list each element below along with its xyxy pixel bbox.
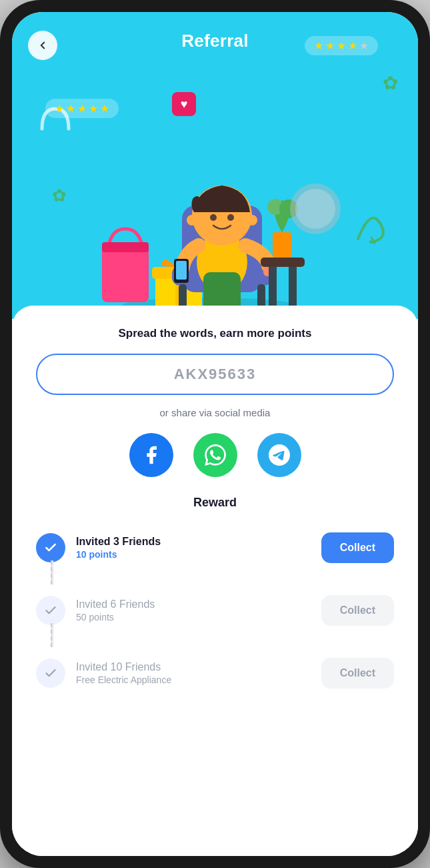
reward-info-1: Invited 3 Friends 10 points — [76, 536, 311, 560]
star-3: ★ — [337, 39, 346, 52]
reward-sub-2: 50 points — [76, 612, 311, 622]
svg-rect-2 — [102, 242, 149, 252]
svg-point-24 — [247, 215, 257, 226]
check-circle-2 — [36, 596, 65, 625]
social-share-row — [36, 433, 394, 477]
check-circle-3 — [36, 659, 65, 688]
heart-icon: ♥ — [181, 97, 188, 111]
collect-button-1[interactable]: Collect — [321, 532, 394, 563]
reward-title: Reward — [36, 496, 394, 510]
reward-item-1: Invited 3 Friends 10 points Collect — [36, 523, 394, 572]
stars-top: ★ ★ ★ ★ ★ — [305, 36, 378, 55]
reward-info-3: Invited 10 Friends Free Electric Applian… — [76, 661, 311, 685]
clover-icon-tr: ✿ — [383, 72, 398, 94]
svg-rect-17 — [176, 261, 187, 280]
reward-info-2: Invited 6 Friends 50 points — [76, 598, 311, 622]
reward-label-1: Invited 3 Friends — [76, 536, 311, 548]
reward-label-2: Invited 6 Friends — [76, 598, 311, 610]
referral-code-display[interactable]: AKX95633 — [36, 354, 394, 395]
reward-item-3: Invited 10 Friends Free Electric Applian… — [36, 648, 394, 698]
collect-button-2[interactable]: Collect — [321, 595, 394, 626]
hero-illustration — [75, 92, 355, 319]
tagline-text: Spread the words, earn more points — [36, 327, 394, 340]
star-5: ★ — [359, 39, 369, 52]
facebook-share-button[interactable] — [129, 433, 173, 477]
page-title: Referral — [181, 31, 249, 51]
star-4: ★ — [348, 39, 357, 52]
reward-sub-3: Free Electric Appliance — [76, 675, 311, 685]
star-2: ★ — [325, 39, 335, 52]
phone-shell: Referral ★ ★ ★ ★ ★ ★ ★ ★ ★ ★ ♥ — [0, 0, 430, 868]
reward-list: Invited 3 Friends 10 points Collect Invi… — [36, 523, 394, 698]
curl-icon — [351, 212, 385, 251]
reward-sub-1: 10 points — [76, 549, 311, 560]
check-circle-1 — [36, 533, 65, 562]
svg-point-21 — [210, 214, 217, 221]
star-m1: ★ — [55, 102, 64, 115]
content-section: Spread the words, earn more points AKX95… — [12, 306, 418, 856]
reward-item-2: Invited 6 Friends 50 points Collect — [36, 586, 394, 635]
star-m5: ★ — [100, 102, 109, 115]
phone-inner: Referral ★ ★ ★ ★ ★ ★ ★ ★ ★ ★ ♥ — [12, 12, 418, 856]
svg-rect-28 — [273, 232, 291, 258]
reward-label-3: Invited 10 Friends — [76, 661, 311, 673]
svg-rect-27 — [261, 258, 305, 267]
collect-button-3[interactable]: Collect — [321, 658, 394, 689]
svg-point-22 — [227, 214, 234, 221]
svg-rect-1 — [102, 246, 149, 302]
star-m3: ★ — [77, 102, 87, 115]
or-share-label: or share via social media — [36, 407, 394, 418]
star-m4: ★ — [89, 102, 98, 115]
stars-mid: ★ ★ ★ ★ ★ — [45, 99, 119, 118]
clover-icon-ml: ✿ — [52, 185, 67, 206]
back-button[interactable] — [28, 31, 57, 60]
star-m2: ★ — [66, 102, 75, 115]
whatsapp-share-button[interactable] — [193, 433, 237, 477]
star-1: ★ — [314, 39, 323, 52]
telegram-share-button[interactable] — [257, 433, 301, 477]
hero-section: Referral ★ ★ ★ ★ ★ ★ ★ ★ ★ ★ ♥ — [12, 12, 418, 319]
svg-point-32 — [295, 189, 335, 229]
heart-badge: ♥ — [172, 92, 196, 116]
svg-point-23 — [187, 215, 197, 226]
